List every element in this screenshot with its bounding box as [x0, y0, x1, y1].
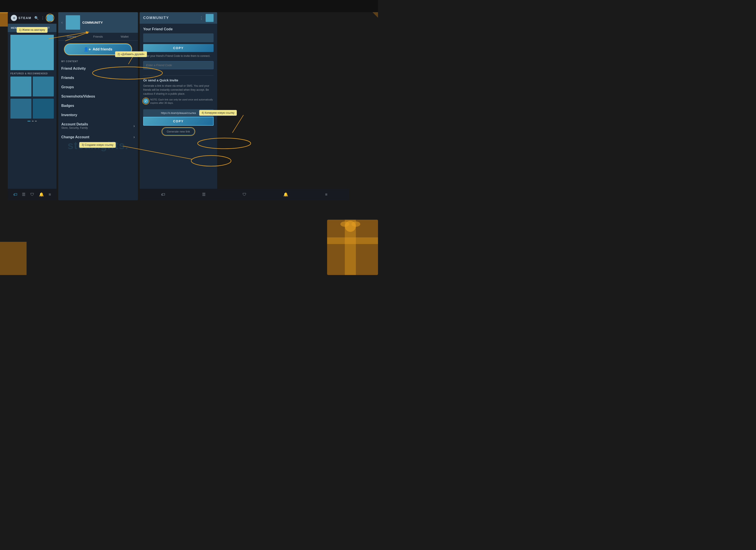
quick-invite-section: Or send a Quick Invite Generate a link t…: [143, 78, 214, 135]
notification-nav-icon[interactable]: 🔔: [39, 192, 44, 197]
account-details-label: Account Details: [61, 122, 88, 126]
profile-header: ‹ COMMUNITY: [58, 12, 138, 33]
menu-item-inventory[interactable]: Inventory: [61, 110, 135, 120]
profile-avatar: [66, 15, 80, 30]
svg-point-7: [340, 222, 349, 227]
right-panel: COMMUNITY ⋮ Your Friend Code COPY Enter …: [140, 12, 217, 200]
copy-link-container: COPY: [143, 117, 214, 126]
badges-label: Badges: [61, 104, 74, 108]
account-details-sub: Store, Security, Family: [61, 126, 88, 130]
steam-header: ⊙ STEAM 🔍 ⋮: [8, 12, 56, 24]
menu-item-friends[interactable]: Friends: [61, 73, 135, 83]
friend-code-input[interactable]: [143, 61, 214, 69]
menu-item-account[interactable]: Account Details Store, Security, Family: [61, 120, 135, 132]
annotation-3: 3) Создаем новую ссылку: [79, 142, 116, 148]
svg-rect-5: [327, 238, 378, 244]
copy-invite-link-button[interactable]: COPY: [143, 117, 214, 126]
friend-activity-label: Friend Activity: [61, 67, 86, 71]
groups-label: Groups: [61, 85, 74, 89]
svg-line-15: [232, 115, 243, 133]
my-content-section: MY CONTENT Friend Activity Friends Group…: [58, 58, 138, 142]
svg-rect-9: [0, 242, 27, 275]
right-store-nav-icon[interactable]: 🏷: [161, 192, 165, 197]
featured-image-3: [10, 99, 31, 119]
community-more-icon[interactable]: ⋮: [199, 15, 203, 20]
annotation-4-text: 4) Копируем новую ссылку: [202, 111, 234, 114]
friend-code-description: Enter your friend's Friend Code to invit…: [143, 54, 214, 58]
right-library-nav-icon[interactable]: ☰: [202, 192, 206, 197]
copy-friend-code-button[interactable]: COPY: [143, 44, 214, 52]
note-text: NOTE: Each link can only be used once an…: [150, 98, 214, 105]
dot-1: [27, 121, 31, 122]
annotation-3-text: 3) Создаем новую ссылку: [82, 143, 113, 147]
tab-wallet[interactable]: Wallet: [111, 33, 138, 41]
quick-invite-description: Generate a link to share via email or SM…: [143, 84, 214, 96]
progress-dots: [10, 121, 54, 122]
screenshots-label: Screenshots/Videos: [61, 95, 95, 99]
steam-logo: ⊙ STEAM: [11, 15, 31, 21]
tab-games[interactable]: Games: [58, 33, 85, 41]
left-bottom-nav: 🏷 ☰ 🛡 🔔 ≡: [8, 189, 56, 200]
community-header: COMMUNITY ⋮: [140, 12, 217, 24]
note-row: ✓ NOTE: Each link can only be used once …: [143, 98, 214, 107]
featured-row: [10, 77, 54, 97]
add-friends-label: Add friends: [93, 47, 112, 51]
checkmark-container: ✓: [143, 99, 149, 104]
section-divider: [143, 75, 214, 76]
generate-new-link-button[interactable]: Generate new link: [162, 128, 195, 135]
svg-point-8: [351, 222, 360, 227]
tab-friends[interactable]: Friends: [85, 33, 111, 41]
community-title: COMMUNITY: [143, 16, 169, 20]
view-profile-button[interactable]: COMMUNITY: [82, 19, 103, 26]
menu-nav-icon[interactable]: ≡: [49, 192, 51, 197]
avatar-highlight-ring: [46, 14, 54, 22]
community-avatar: [206, 14, 214, 22]
avatar-container[interactable]: [47, 15, 53, 21]
featured-row-2: [10, 99, 54, 119]
featured-title: FEATURED & RECOMMENDED: [10, 72, 54, 75]
store-nav-icon[interactable]: 🏷: [13, 192, 17, 197]
featured-image-4: [33, 99, 54, 119]
featured-image-2: [33, 77, 54, 97]
annotation-1-text: 1) Жмем на аватарку: [19, 28, 45, 31]
menu-item-friend-activity[interactable]: Friend Activity: [61, 64, 135, 73]
middle-panel: ‹ COMMUNITY Games Friends Wallet 👤+ Add …: [58, 12, 138, 200]
more-options-icon[interactable]: ⋮: [41, 16, 44, 20]
friend-code-section: Your Friend Code COPY Enter your friend'…: [143, 27, 214, 73]
left-panel: ⊙ STEAM 🔍 ⋮ MENU WISHLIST WALLET FEA: [8, 12, 56, 200]
svg-rect-4: [345, 220, 356, 275]
friends-label: Friends: [61, 76, 74, 80]
menu-item-screenshots[interactable]: Screenshots/Videos: [61, 92, 135, 101]
left-content: FEATURED & RECOMMENDED: [8, 32, 56, 126]
menu-item-badges[interactable]: Badges: [61, 101, 135, 110]
back-arrow-icon[interactable]: ‹: [61, 20, 63, 25]
header-icons: 🔍 ⋮: [34, 15, 53, 21]
shield-nav-icon[interactable]: 🛡: [30, 192, 34, 197]
svg-rect-3: [327, 220, 378, 275]
featured-image-1: [10, 77, 31, 97]
annotation-2: 2) «Добавить друзей»: [115, 51, 147, 57]
friend-code-title: Your Friend Code: [143, 27, 214, 31]
svg-point-6: [345, 221, 356, 232]
dot-2: [32, 121, 34, 122]
menu-item-groups[interactable]: Groups: [61, 83, 135, 92]
steam-icon: ⊙: [11, 15, 17, 21]
menu-item-change-account[interactable]: Change Account: [61, 132, 135, 142]
library-nav-icon[interactable]: ☰: [22, 192, 25, 197]
dot-3: [35, 121, 37, 122]
community-content: Your Friend Code COPY Enter your friend'…: [140, 24, 217, 139]
profile-tabs: Games Friends Wallet: [58, 33, 138, 41]
top-banner: [0, 0, 378, 12]
generate-link-container: Generate new link: [143, 128, 214, 135]
change-account-label: Change Account: [61, 135, 89, 139]
add-friends-icon: 👤+: [84, 47, 91, 52]
my-content-label: MY CONTENT: [61, 58, 135, 64]
checkmark-ring: [142, 98, 149, 105]
inventory-label: Inventory: [61, 113, 77, 117]
annotation-1: 1) Жмем на аватарку: [17, 27, 48, 33]
featured-main-image: [10, 35, 54, 70]
friend-code-display: [143, 33, 214, 42]
main-container: ⊙ STEAM 🔍 ⋮ MENU WISHLIST WALLET FEA: [8, 12, 217, 200]
search-icon[interactable]: 🔍: [34, 16, 39, 20]
steam-brand-text: STEAM: [18, 16, 31, 20]
